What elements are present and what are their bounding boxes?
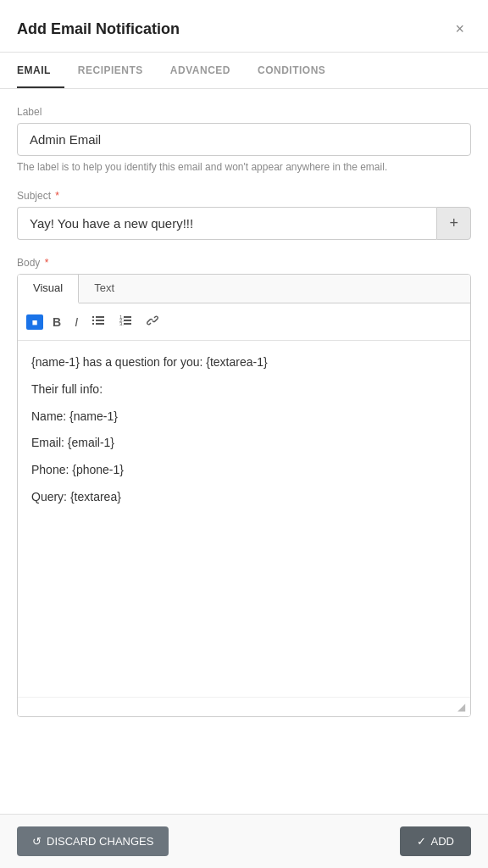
- svg-rect-9: [124, 320, 131, 321]
- close-button[interactable]: ×: [448, 17, 471, 42]
- modal-header: Add Email Notification ×: [0, 0, 488, 53]
- svg-rect-7: [124, 316, 131, 318]
- toolbar-link-button[interactable]: [141, 310, 164, 333]
- toolbar-bold-button[interactable]: B: [48, 312, 65, 332]
- subject-input[interactable]: [17, 207, 436, 240]
- tab-conditions[interactable]: CONDITIONS: [258, 53, 339, 88]
- discard-icon: ↺: [32, 835, 42, 848]
- body-line-3: Name: {name-1}: [31, 407, 457, 427]
- block-icon: ■: [32, 317, 38, 327]
- add-label: ADD: [431, 835, 454, 848]
- body-line-5: Phone: {phone-1}: [31, 460, 457, 481]
- modal-title: Add Email Notification: [17, 20, 180, 38]
- bold-icon: B: [53, 315, 61, 329]
- toolbar-list-unordered-button[interactable]: [87, 310, 109, 333]
- tab-bar: EMAIL RECIPIENTS ADVANCED CONDITIONS: [0, 53, 488, 89]
- label-field-hint: The label is to help you identify this e…: [17, 161, 471, 173]
- link-icon: [146, 314, 159, 330]
- subject-add-button[interactable]: +: [436, 207, 471, 240]
- modal-footer: ↺ DISCARD CHANGES ✓ ADD: [0, 814, 488, 868]
- svg-rect-4: [92, 323, 94, 325]
- body-required-marker: *: [45, 257, 49, 269]
- editor-tab-text[interactable]: Text: [79, 275, 130, 303]
- tab-email[interactable]: EMAIL: [17, 53, 64, 88]
- add-button[interactable]: ✓ ADD: [400, 826, 471, 856]
- body-editor: Visual Text ■ B I: [17, 274, 471, 717]
- modal: Add Email Notification × EMAIL RECIPIENT…: [0, 0, 488, 868]
- editor-tab-visual[interactable]: Visual: [18, 275, 79, 303]
- toolbar-list-ordered-button[interactable]: 1. 2. 3.: [114, 310, 136, 333]
- body-line-2: Their full info:: [31, 380, 457, 400]
- editor-tab-bar: Visual Text: [18, 275, 470, 303]
- toolbar-italic-button[interactable]: I: [70, 312, 82, 332]
- subject-field-group: Subject * +: [17, 190, 471, 240]
- plus-icon: +: [449, 214, 458, 232]
- list-ordered-icon: 1. 2. 3.: [119, 314, 132, 330]
- svg-rect-3: [96, 320, 104, 321]
- subject-field-label: Subject *: [17, 190, 471, 202]
- body-line-6: Query: {textarea}: [31, 487, 457, 508]
- toolbar-block-button[interactable]: ■: [26, 314, 43, 330]
- body-field-label: Body *: [17, 257, 471, 269]
- svg-rect-11: [124, 323, 131, 325]
- tab-recipients[interactable]: RECIPIENTS: [78, 53, 157, 88]
- body-field-group: Body * Visual Text ■ B I: [17, 257, 471, 717]
- label-field-label: Label: [17, 106, 471, 118]
- body-line-4: Email: {email-1}: [31, 433, 457, 453]
- modal-body: Label The label is to help you identify …: [0, 89, 488, 814]
- body-line-1: {name-1} has a question for you: {textar…: [31, 353, 457, 373]
- editor-toolbar: ■ B I: [18, 303, 470, 341]
- label-input[interactable]: [17, 123, 471, 156]
- editor-resize-handle[interactable]: ◢: [18, 697, 470, 716]
- discard-changes-button[interactable]: ↺ DISCARD CHANGES: [17, 826, 169, 856]
- editor-content[interactable]: {name-1} has a question for you: {textar…: [18, 341, 470, 697]
- subject-required-marker: *: [55, 190, 59, 202]
- svg-rect-2: [92, 320, 94, 321]
- discard-label: DISCARD CHANGES: [47, 835, 153, 848]
- label-field-group: Label The label is to help you identify …: [17, 106, 471, 173]
- italic-icon: I: [75, 315, 78, 329]
- tab-advanced[interactable]: ADVANCED: [170, 53, 244, 88]
- svg-rect-5: [96, 323, 104, 325]
- svg-text:3.: 3.: [119, 321, 124, 326]
- svg-rect-0: [92, 316, 94, 318]
- svg-rect-1: [96, 316, 104, 318]
- list-unordered-icon: [92, 314, 105, 330]
- checkmark-icon: ✓: [417, 835, 426, 848]
- resize-icon: ◢: [458, 701, 465, 713]
- subject-row: +: [17, 207, 471, 240]
